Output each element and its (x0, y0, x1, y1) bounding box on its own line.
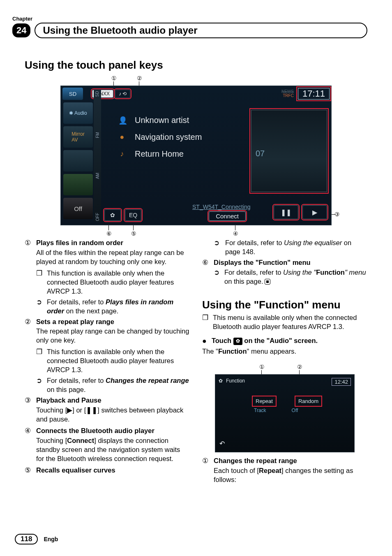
step-text: Touch ✿ on the "Audio" screen. (212, 336, 318, 346)
sd-tile[interactable]: SD (62, 88, 83, 100)
clock-2: 12:42 (332, 378, 351, 386)
section-title-touch-panel: Using the touch panel keys (25, 59, 367, 72)
item-5-ref: For details, refer to Using the equalise… (225, 239, 367, 257)
device-screenshot-2: ① ② ✿Function 12:42 Repeat Random Track … (215, 365, 355, 452)
item-2-ref: For details, refer to Changes the repeat… (47, 376, 190, 394)
item-1-head: Plays files in random order (36, 239, 123, 248)
section-title-function-menu: Using the "Function" menu (202, 298, 367, 312)
item-3-text: Touching [▶] or [❚❚] switches between pl… (25, 406, 190, 424)
device-screen: SD ONXX ♪ ⟲ NEWS TRFC 17:11 SD FM AM OFF… (60, 86, 332, 225)
page-footer: 118 Engb (15, 534, 58, 544)
bullet-2: ② (25, 317, 32, 327)
source-bt-audio[interactable]: ✱ Audio (63, 102, 93, 124)
item-3-head: Playback and Pause (36, 396, 101, 405)
section-end-icon (265, 279, 270, 285)
track-icon: ♪ (118, 150, 126, 158)
item-2-text: The repeat play range can be changed by … (25, 327, 190, 345)
now-playing-info: 👤Unknown artist ●Navigation system ♪Retu… (118, 116, 245, 166)
artist-name: Unknown artist (135, 116, 189, 125)
gear-icon: ✿ (233, 338, 242, 345)
refer-icon (214, 268, 220, 286)
album-name: Navigation system (135, 132, 202, 142)
page-number: 118 (15, 534, 38, 544)
chapter-title: Using the Bluetooth audio player (35, 23, 367, 38)
refer-icon (214, 239, 221, 257)
right-column: For details, refer to Using the equalise… (202, 239, 367, 487)
language-code: Engb (44, 536, 58, 542)
function-note: This menu is available only when the con… (213, 313, 367, 331)
chapter-label: Chapter (12, 16, 367, 22)
callout-5: ⑤ (130, 230, 137, 237)
function-screen: ✿Function 12:42 Repeat Random Track Off … (215, 374, 355, 452)
eq-button[interactable]: EQ (125, 209, 141, 221)
repeat-value: Track (254, 408, 266, 414)
item-1-text: All of the files within the repeat play … (25, 248, 190, 266)
item-6-ref: For details, refer to Using the "Functio… (224, 268, 367, 286)
callout-2b: ② (296, 364, 303, 370)
bullet-1: ① (25, 239, 32, 248)
item2-1-head: Changes the repeat range (214, 456, 297, 466)
chapter-header: 24 Using the Bluetooth audio player (12, 23, 367, 38)
source-mirror-av[interactable]: MirrorAV (63, 126, 93, 148)
callout-4: ④ (232, 230, 239, 237)
item-1-ref: For details, refer to Plays files in ran… (47, 298, 190, 316)
callout-1: ① (111, 75, 117, 81)
item-2-head: Sets a repeat play range (36, 317, 114, 327)
track-number: 07 (256, 149, 265, 158)
bullet-4: ④ (25, 426, 32, 436)
device-screenshot-1: ① ② SD ONXX ♪ ⟲ NEWS TRFC 17:11 SD FM AM… (60, 76, 332, 234)
track-name: Return Home (135, 149, 184, 159)
step-result: The "Function" menu appears. (202, 347, 367, 356)
vertical-source-tabs[interactable]: SD FM AM OFF (94, 89, 101, 222)
connect-button[interactable]: Connect (209, 211, 246, 221)
refer-icon (36, 376, 43, 394)
bullet-3: ③ (25, 396, 32, 405)
album-icon: ● (118, 133, 126, 141)
source-fm[interactable] (63, 150, 93, 171)
bullet-1c: ① (202, 456, 210, 466)
item-4-text: Touching [Connect] displays the connecti… (25, 436, 190, 463)
function-menu-button[interactable]: ✿ (104, 209, 121, 221)
refer-icon (36, 298, 43, 316)
note-icon: ❐ (202, 313, 209, 331)
note-icon: ❐ (36, 269, 43, 296)
clock: 17:11 (298, 88, 330, 100)
note-icon: ❐ (36, 348, 43, 375)
connection-status: ST_W54T_Connecting (192, 204, 251, 210)
item-4-head: Connects the Bluetooth audio player (36, 426, 154, 436)
news-trfc-indicator: NEWS TRFC (281, 90, 296, 98)
random-button[interactable]: Random (297, 398, 320, 405)
item-2-note: This function is available only when the… (47, 348, 190, 375)
step-row: ● Touch ✿ on the "Audio" screen. (202, 336, 367, 346)
artist-icon: 👤 (118, 116, 126, 125)
repeat-button[interactable]: Repeat (254, 398, 274, 405)
item-1-note: This function is available only when the… (47, 269, 190, 296)
left-column: ①Plays files in random order All of the … (25, 239, 190, 487)
item-6-head: Displays the "Function" menu (214, 258, 311, 267)
callout-2: ② (136, 75, 143, 81)
chapter-number-badge: 24 (12, 23, 30, 37)
item2-1-text: Each touch of [Repeat] changes the setti… (202, 466, 367, 484)
gear-icon: ✿ (219, 378, 223, 385)
source-off[interactable]: Off (63, 198, 93, 219)
back-button[interactable]: ↶ (219, 439, 225, 448)
bullet-5: ⑤ (25, 466, 32, 475)
play-button[interactable]: ▶ (302, 205, 327, 219)
function-header: ✿Function (219, 378, 245, 385)
bullet-6: ⑥ (202, 258, 210, 267)
shuffle-repeat-button[interactable]: ♪ ⟲ (115, 90, 130, 98)
callout-1b: ① (258, 364, 265, 370)
source-am[interactable] (63, 174, 93, 195)
random-value: Off (292, 408, 298, 414)
item-5-head: Recalls equaliser curves (36, 466, 115, 475)
callout-6: ⑥ (106, 230, 112, 237)
pause-button[interactable]: ❚❚ (274, 205, 298, 219)
bullet-icon: ● (202, 336, 207, 346)
album-art-box: 07 (251, 110, 327, 192)
